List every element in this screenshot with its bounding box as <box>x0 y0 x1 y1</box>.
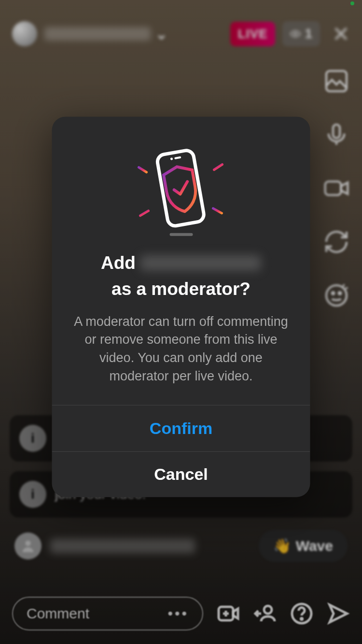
modal-actions: Confirm Cancel <box>52 405 310 497</box>
live-screen: ⌄ LIVE 1 ✕ i i join your video. <box>0 0 362 644</box>
confirm-button[interactable]: Confirm <box>52 405 310 451</box>
cancel-button[interactable]: Cancel <box>52 451 310 497</box>
modal-body: Add as a moderator? A moderator can turn… <box>52 117 310 405</box>
moderator-illustration <box>133 143 229 240</box>
title-suffix: as a moderator? <box>111 278 251 300</box>
svg-rect-18 <box>156 149 205 227</box>
modal-description: A moderator can turn off commenting or r… <box>67 312 296 385</box>
svg-line-12 <box>139 168 146 172</box>
svg-point-19 <box>170 157 173 160</box>
svg-line-14 <box>140 211 148 216</box>
modal-title: Add as a moderator? <box>67 252 296 301</box>
svg-line-15 <box>214 165 222 170</box>
title-username-redacted <box>140 255 261 271</box>
svg-rect-21 <box>169 233 193 236</box>
svg-line-17 <box>213 209 222 213</box>
title-prefix: Add <box>101 252 136 274</box>
svg-rect-20 <box>174 156 181 159</box>
add-moderator-modal: Add as a moderator? A moderator can turn… <box>52 117 310 497</box>
